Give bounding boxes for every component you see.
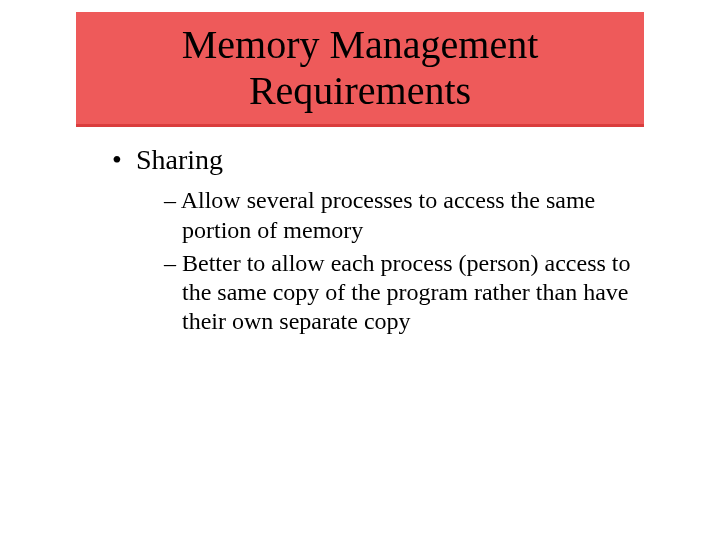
sub-bullet-item: – Better to allow each process (person) … [164, 249, 660, 337]
sub-bullet-text: Allow several processes to access the sa… [181, 187, 596, 242]
slide-title-box: Memory Management Requirements [76, 12, 644, 127]
bullet-item: •Sharing [116, 142, 660, 178]
bullet-label: Sharing [136, 144, 223, 175]
sub-bullet-text: Better to allow each process (person) ac… [182, 250, 631, 335]
dash-marker: – [164, 187, 181, 213]
sub-bullet-list: – Allow several processes to access the … [164, 186, 660, 336]
sub-bullet-item: – Allow several processes to access the … [164, 186, 660, 245]
dash-marker: – [164, 250, 182, 276]
slide-content: •Sharing – Allow several processes to ac… [116, 142, 660, 341]
slide-title: Memory Management Requirements [76, 22, 644, 114]
bullet-marker: • [112, 142, 136, 178]
